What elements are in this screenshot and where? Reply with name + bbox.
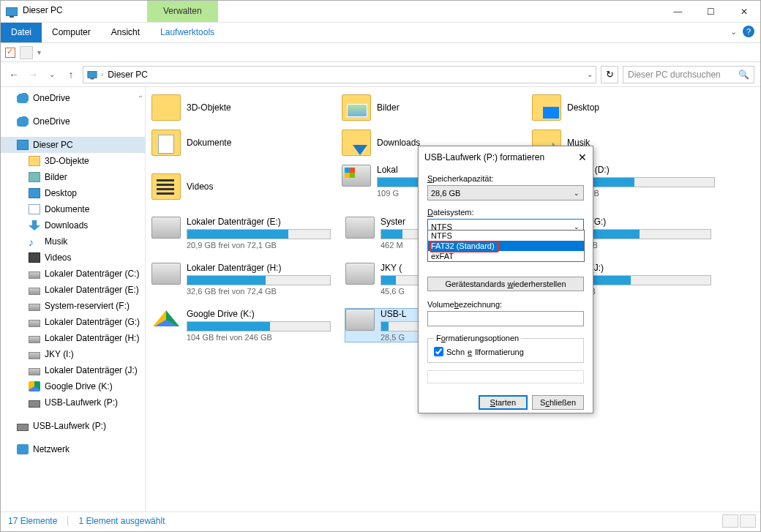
nav-history-button[interactable]: ⌄ [45,67,59,82]
drive-h[interactable]: Lokaler Datenträger (H:)32,6 GB frei von… [151,263,331,296]
capacity-select[interactable]: 28,6 GB⌄ [427,185,584,201]
nav-forward-button: → [26,67,40,82]
sidebar-item-drive-e[interactable]: Lokaler Datenträger (E:) [1,282,145,298]
drive-icon [342,165,371,187]
view-tiles-button[interactable] [740,514,756,528]
usb-drive-icon [345,309,375,331]
sidebar-item-drive-f[interactable]: System-reserviert (F:) [1,298,145,314]
folder-icon [342,94,371,121]
sidebar-item-drive-j[interactable]: Lokaler Datenträger (J:) [1,362,145,378]
desktop-icon [29,188,40,198]
statusbar: 17 Elemente 1 Element ausgewählt [1,512,760,529]
folder-pictures[interactable]: Bilder [342,94,510,121]
drive-icon [29,288,40,295]
quick-format-checkbox[interactable]: Schnellformatierung [434,347,577,356]
tab-drivetools[interactable]: Laufwerktools [150,23,225,42]
pc-icon [17,140,29,150]
manage-tab[interactable]: Verwalten [147,1,218,22]
titlebar: Dieser PC Verwalten — ☐ ✕ [1,1,760,23]
qat-checkbox-icon[interactable] [5,48,15,58]
sidebar-item-downloads[interactable]: Downloads [1,217,145,233]
usb-icon [29,400,40,408]
folder-icon [342,130,371,156]
drive-icon [29,304,40,311]
nav-up-button[interactable]: ↑ [64,67,78,82]
volume-input[interactable] [427,311,584,326]
cloud-icon [17,93,29,103]
sidebar-item-usb-p[interactable]: USB-Laufwerk (P:) [1,394,145,411]
fs-option-ntfs[interactable]: NTFS [428,231,584,241]
pictures-icon [29,172,40,182]
address-path: Dieser PC [108,70,148,80]
drive-icon [29,271,40,279]
fs-option-fat32[interactable]: FAT32 (Standard) [428,241,584,251]
status-selected: 1 Element ausgewählt [78,516,165,526]
tab-computer[interactable]: Computer [42,23,101,42]
qat-dropdown-icon[interactable]: ▾ [37,48,41,56]
sidebar-item-music[interactable]: ♪Musik [1,233,145,250]
window-controls: — ☐ ✕ [661,1,760,22]
sidebar-item-documents[interactable]: Dokumente [1,201,145,217]
sidebar-item-gdrive[interactable]: Google Drive (K:) [1,378,145,394]
drive-k[interactable]: Google Drive (K:)104 GB frei von 246 GB [151,309,331,342]
restore-defaults-button[interactable]: Gerätestandards wiederherstellen [427,277,584,291]
folder-3dobjects[interactable]: 3D-Objekte [151,94,320,121]
video-icon [29,252,40,263]
sidebar-item-thispc[interactable]: Dieser PC [1,137,145,153]
sidebar-item-drive-h[interactable]: Lokaler Datenträger (H:) [1,330,145,346]
drive-icon [29,320,40,327]
start-button[interactable]: Starten [479,395,528,410]
quick-format-input[interactable] [434,347,443,356]
window-title: Dieser PC [23,1,147,22]
tab-view[interactable]: Ansicht [101,23,150,42]
close-button[interactable]: ✕ [727,1,760,22]
folder-videos[interactable]: Videos [151,165,320,208]
sidebar-item-onedrive2[interactable]: OneDrive [1,113,145,130]
folder-desktop[interactable]: Desktop [532,94,700,121]
fs-option-exfat[interactable]: exFAT [428,251,584,261]
search-input[interactable]: Dieser PC durchsuchen 🔍 [623,66,754,83]
folder-documents[interactable]: Dokumente [151,130,320,156]
drive-icon [151,263,181,285]
status-count: 17 Elemente [8,516,57,526]
drive-icon [151,217,181,239]
sidebar-item-usb-p2[interactable]: USB-Laufwerk (P:) [1,418,145,434]
qat-doc-icon[interactable] [20,46,33,59]
sidebar-item-onedrive[interactable]: OneDrive [1,90,145,106]
gdrive-icon [151,309,181,331]
address-bar[interactable]: › Dieser PC ⌄ [83,66,596,83]
document-icon [29,204,40,214]
dialog-titlebar: USB-Laufwerk (P:) formatieren ✕ [419,146,593,168]
sidebar-item-drive-c[interactable]: Lokaler Datenträger (C:) [1,266,145,282]
folder-icon [151,130,181,156]
refresh-button[interactable]: ↻ [601,66,618,83]
filesystem-label: Dateisystem: [427,208,584,217]
drive-icon [29,368,40,375]
close-dialog-button[interactable]: Schließen [532,395,584,410]
drive-e[interactable]: Lokaler Datenträger (E:)20,9 GB frei von… [151,217,331,250]
view-details-button[interactable] [722,514,738,528]
drive-icon [345,217,375,239]
dialog-title: USB-Laufwerk (P:) formatieren [424,152,544,162]
sidebar-item-drive-g[interactable]: Lokaler Datenträger (G:) [1,314,145,330]
sidebar-item-drive-i[interactable]: JKY (I:) [1,346,145,362]
ribbon-expand-icon[interactable]: ⌄ [730,27,737,37]
help-icon[interactable]: ? [743,26,754,37]
sidebar-item-videos[interactable]: Videos [1,250,145,266]
dialog-close-button[interactable]: ✕ [578,151,587,163]
nav-back-button[interactable]: ← [7,67,21,82]
address-dropdown-icon[interactable]: ⌄ [587,70,593,78]
sidebar-item-desktop[interactable]: Desktop [1,185,145,201]
drive-icon [29,352,40,359]
maximize-button[interactable]: ☐ [694,1,727,22]
ribbon-tabs: Datei Computer Ansicht Laufwerktools ⌄ ? [1,23,760,43]
sidebar-item-3dobjects[interactable]: 3D-Objekte [1,153,145,169]
usb-icon [17,424,29,431]
sidebar-item-network[interactable]: Netzwerk [1,441,145,457]
search-icon: 🔍 [738,70,749,80]
scroll-up-icon[interactable]: ⌃ [138,94,143,102]
tab-file[interactable]: Datei [1,23,42,42]
minimize-button[interactable]: — [661,1,694,22]
format-dialog: USB-Laufwerk (P:) formatieren ✕ Speicher… [418,146,593,413]
sidebar-item-pictures[interactable]: Bilder [1,169,145,185]
